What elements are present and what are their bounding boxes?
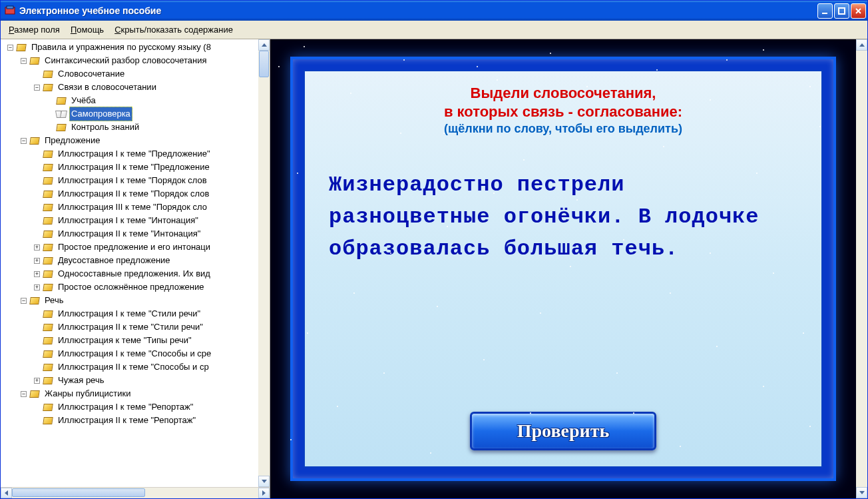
book-closed-icon bbox=[16, 43, 27, 52]
star-icon bbox=[430, 452, 431, 454]
tree-item[interactable]: −Предложение bbox=[2, 134, 258, 147]
tree-item[interactable]: Иллюстрация I к теме "Репортаж" bbox=[2, 400, 258, 414]
tree-item[interactable]: Иллюстрация II к теме "Стили речи" bbox=[2, 320, 258, 334]
tree-item[interactable]: Иллюстрация I к теме "Порядок слов bbox=[2, 174, 258, 187]
svg-rect-3 bbox=[839, 8, 845, 14]
menu-help[interactable]: Помощь bbox=[65, 23, 109, 36]
scroll-track[interactable] bbox=[258, 51, 270, 476]
tree-item[interactable]: Иллюстрация I к теме "Способы и сре bbox=[2, 347, 258, 360]
no-expander bbox=[47, 111, 53, 117]
book-closed-icon bbox=[43, 416, 53, 425]
star-icon bbox=[540, 312, 541, 314]
tree-item[interactable]: Иллюстрация I к теме "Стили речи" bbox=[2, 307, 258, 320]
menubar: Размер поля Помощь Скрыть/показать содер… bbox=[1, 21, 867, 39]
tree-item[interactable]: −Жанры публицистики bbox=[2, 387, 258, 400]
star-icon bbox=[623, 239, 624, 241]
minimize-button[interactable] bbox=[817, 3, 833, 19]
scroll-down-button[interactable] bbox=[856, 487, 867, 498]
book-closed-icon bbox=[43, 362, 53, 372]
tree-item[interactable]: Иллюстрация II к теме "Порядок слов bbox=[2, 187, 258, 201]
tree-item-selected[interactable]: Самопроверка bbox=[2, 107, 258, 121]
tree-item[interactable]: Словосочетание bbox=[2, 67, 258, 81]
star-icon bbox=[400, 133, 401, 134]
tree-item[interactable]: Иллюстрация II к теме "Предложение bbox=[2, 161, 258, 174]
tree-item-label: Простое предложение и его интонаци bbox=[56, 240, 212, 254]
tree-item[interactable]: Учёба bbox=[2, 94, 258, 107]
maximize-button[interactable] bbox=[834, 3, 849, 19]
star-icon bbox=[576, 199, 578, 201]
tree-item[interactable]: +Простое осложнённое предложение bbox=[2, 280, 258, 294]
book-closed-icon bbox=[56, 123, 67, 132]
sidebar-vscrollbar[interactable] bbox=[258, 39, 270, 487]
tree-item[interactable]: +Чужая речь bbox=[2, 374, 258, 387]
tree-item-label: Иллюстрация II к теме "Репортаж" bbox=[56, 413, 198, 428]
toc-tree[interactable]: −Правила и упражнения по русскому языку … bbox=[2, 41, 258, 486]
svg-rect-1 bbox=[7, 6, 13, 9]
sidebar-hscrollbar[interactable] bbox=[1, 487, 270, 498]
star-icon bbox=[710, 252, 711, 254]
tree-item-label: Иллюстрация II к теме "Стили речи" bbox=[56, 320, 205, 334]
tree-item[interactable]: −Правила и упражнения по русскому языку … bbox=[2, 41, 258, 54]
book-closed-icon bbox=[43, 243, 53, 252]
scroll-up-button[interactable] bbox=[258, 39, 270, 51]
star-icon bbox=[586, 86, 588, 87]
tree-item[interactable]: −Синтаксический разбор словосочетания bbox=[2, 54, 258, 67]
scroll-right-button[interactable] bbox=[258, 488, 270, 498]
tree-item[interactable]: Контроль знаний bbox=[2, 121, 258, 134]
scroll-up-button[interactable] bbox=[856, 39, 867, 51]
expand-icon[interactable]: + bbox=[34, 271, 40, 277]
scroll-left-button[interactable] bbox=[1, 488, 12, 498]
scroll-down-button[interactable] bbox=[258, 476, 270, 487]
tree-item[interactable]: Иллюстрация II к теме "Способы и ср bbox=[2, 360, 258, 374]
instruction-hint: (щёлкни по слову, чтобы его выделить) bbox=[325, 122, 801, 136]
tree-item[interactable]: +Двусоставное предложение bbox=[2, 254, 258, 267]
tree-item[interactable]: Иллюстрация I к теме "Предложение" bbox=[2, 147, 258, 161]
book-closed-icon bbox=[43, 216, 53, 225]
tree-item[interactable]: Иллюстрация II к теме "Интонация" bbox=[2, 227, 258, 241]
tree-item[interactable]: Иллюстрация I к теме "Интонация" bbox=[2, 214, 258, 227]
collapse-icon[interactable]: − bbox=[7, 45, 13, 51]
star-icon bbox=[809, 426, 811, 427]
book-closed-icon bbox=[56, 96, 67, 105]
tree-item[interactable]: −Речь bbox=[2, 294, 258, 307]
close-button[interactable] bbox=[851, 3, 866, 19]
tree-item-label: Самопроверка bbox=[69, 107, 132, 121]
scroll-thumb[interactable] bbox=[259, 51, 269, 77]
star-icon bbox=[550, 53, 551, 54]
menu-toggle-toc[interactable]: Скрыть/показать содержание bbox=[109, 23, 238, 36]
collapse-icon[interactable]: − bbox=[34, 85, 40, 91]
book-closed-icon bbox=[29, 389, 40, 398]
collapse-icon[interactable]: − bbox=[21, 138, 27, 144]
tree-item-label: Двусоставное предложение bbox=[56, 253, 172, 268]
tree-item[interactable]: −Связи в словосочетании bbox=[2, 81, 258, 94]
star-icon bbox=[307, 332, 308, 334]
scroll-thumb[interactable] bbox=[12, 488, 145, 497]
tree-item[interactable]: Иллюстрация II к теме "Репортаж" bbox=[2, 414, 258, 427]
star-icon bbox=[726, 59, 728, 61]
expand-icon[interactable]: + bbox=[34, 258, 40, 264]
collapse-icon[interactable]: − bbox=[21, 298, 27, 304]
menu-field-size[interactable]: Размер поля bbox=[3, 23, 65, 36]
tree-item[interactable]: Иллюстрация к теме "Типы речи" bbox=[2, 334, 258, 347]
content-vscrollbar[interactable] bbox=[856, 39, 867, 498]
no-expander bbox=[34, 165, 40, 171]
check-button[interactable]: Проверить bbox=[470, 412, 656, 450]
star-icon bbox=[403, 59, 405, 61]
star-icon bbox=[603, 113, 604, 114]
tree-item[interactable]: +Односоставные предложения. Их вид bbox=[2, 267, 258, 280]
tree-item[interactable]: +Простое предложение и его интонаци bbox=[2, 241, 258, 254]
book-closed-icon bbox=[43, 282, 53, 292]
expand-icon[interactable]: + bbox=[34, 378, 40, 384]
expand-icon[interactable]: + bbox=[34, 284, 40, 290]
scroll-track[interactable] bbox=[12, 488, 258, 498]
star-icon bbox=[710, 99, 711, 101]
tree-item[interactable]: Иллюстрация III к теме "Порядок сло bbox=[2, 201, 258, 214]
collapse-icon[interactable]: − bbox=[21, 58, 27, 64]
no-expander bbox=[34, 71, 40, 77]
scroll-track[interactable] bbox=[856, 51, 867, 487]
star-icon bbox=[437, 306, 438, 307]
tree-item-label: Иллюстрация II к теме "Интонация" bbox=[56, 227, 202, 241]
expand-icon[interactable]: + bbox=[34, 245, 40, 250]
exercise-text[interactable]: Жизнерадостно пестрели разноцветные огон… bbox=[325, 169, 801, 265]
collapse-icon[interactable]: − bbox=[21, 391, 27, 397]
